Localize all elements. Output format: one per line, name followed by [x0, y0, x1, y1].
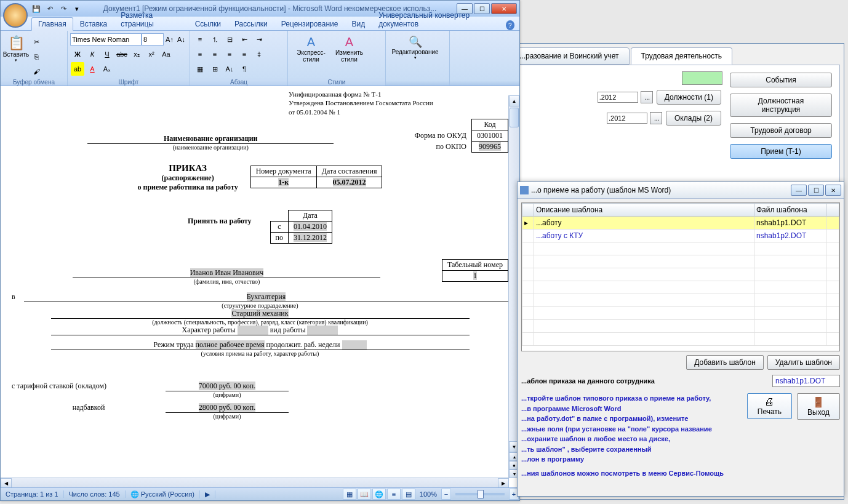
contract-button[interactable]: Трудовой договор: [730, 123, 832, 138]
qat-dropdown-icon[interactable]: ▾: [71, 2, 83, 15]
underline-icon[interactable]: Ч: [100, 47, 114, 61]
tab-pagelayout[interactable]: Разметка страницы: [114, 9, 188, 30]
tab-converter[interactable]: Универсальный конвертер документов: [372, 9, 505, 30]
template-grid[interactable]: Описание шаблонаФайл шаблона ▸...аботуns…: [521, 202, 840, 351]
template-row[interactable]: [522, 242, 839, 255]
align-right-icon[interactable]: ≡: [223, 47, 236, 61]
cut-icon[interactable]: ✂: [30, 35, 43, 49]
dlg-maximize-button[interactable]: ☐: [808, 185, 824, 196]
indent-inc-icon[interactable]: ⇥: [252, 33, 266, 46]
add-template-button[interactable]: Добавить шаблон: [686, 355, 763, 370]
justify-icon[interactable]: ≡: [238, 47, 251, 61]
view-read-icon[interactable]: 📖: [358, 489, 371, 500]
scroll-right-icon[interactable]: ▶: [498, 478, 509, 488]
bullets-icon[interactable]: ≡: [193, 33, 207, 46]
subscript-icon[interactable]: x₂: [130, 47, 143, 61]
editing-button[interactable]: 🔍Редактирование▾: [388, 32, 442, 76]
undo-icon[interactable]: ↶: [44, 2, 56, 15]
numbering-icon[interactable]: ⒈: [208, 33, 222, 46]
template-row[interactable]: ▸...аботуnshab1p1.DOT: [522, 217, 839, 230]
employee-template-file[interactable]: nshab1p1.DOT: [772, 375, 840, 387]
bold-icon[interactable]: Ж: [71, 47, 84, 61]
date-picker-btn-2[interactable]: ...: [650, 112, 662, 124]
view-outline-icon[interactable]: ≡: [387, 489, 401, 500]
clear-format-icon[interactable]: Aₓ: [100, 62, 114, 76]
status-macro[interactable]: ▶: [200, 490, 215, 498]
tab-review[interactable]: Рецензирование: [274, 17, 345, 30]
redo-icon[interactable]: ↷: [57, 2, 70, 15]
horizontal-scrollbar[interactable]: ◀ ▶: [1, 478, 509, 488]
view-print-icon[interactable]: ▦: [343, 489, 356, 500]
borders-icon[interactable]: ⊞: [208, 62, 222, 76]
tab-view[interactable]: Вид: [345, 17, 372, 30]
format-painter-icon[interactable]: 🖌: [30, 65, 43, 78]
dlg-minimize-button[interactable]: —: [791, 185, 807, 196]
strike-icon[interactable]: abc: [115, 47, 129, 61]
template-row[interactable]: [522, 307, 839, 320]
zoom-value[interactable]: 100%: [416, 490, 441, 498]
align-center-icon[interactable]: ≡: [208, 47, 222, 61]
zoom-thumb[interactable]: [478, 490, 484, 498]
green-input[interactable]: [682, 71, 722, 85]
align-left-icon[interactable]: ≡: [193, 47, 207, 61]
tab-home[interactable]: Главная: [31, 17, 73, 31]
help-icon[interactable]: ?: [506, 20, 514, 30]
shading-icon[interactable]: ▦: [193, 62, 207, 76]
tab-insert[interactable]: Вставка: [73, 17, 114, 30]
grow-font-icon[interactable]: A↑: [164, 33, 175, 46]
change-styles-button[interactable]: AИзменить стили: [332, 32, 367, 76]
template-row[interactable]: [522, 294, 839, 307]
col-description[interactable]: Описание шаблона: [534, 204, 754, 217]
office-button[interactable]: [3, 3, 28, 28]
font-color-icon[interactable]: A: [86, 62, 99, 76]
salaries-button[interactable]: Оклады (2): [666, 111, 721, 126]
events-button[interactable]: События: [730, 73, 832, 87]
status-lang[interactable]: 🌐 Русский (Россия): [126, 490, 200, 498]
multilevel-icon[interactable]: ⊟: [223, 33, 236, 46]
template-row[interactable]: ...аботу с КТУnshab1p2.DOT: [522, 230, 839, 242]
font-name-combo[interactable]: [70, 33, 142, 46]
view-web-icon[interactable]: 🌐: [372, 489, 386, 500]
tab-labor[interactable]: Трудовая деятельность: [631, 47, 732, 65]
dlg-close-button[interactable]: ✕: [825, 185, 841, 196]
scroll-left-icon[interactable]: ◀: [1, 478, 12, 488]
template-row[interactable]: [522, 255, 839, 268]
print-button[interactable]: 🖨Печать: [747, 393, 792, 419]
status-words[interactable]: Число слов: 145: [64, 490, 126, 498]
template-row[interactable]: [522, 268, 839, 281]
scroll-thumb[interactable]: [510, 108, 519, 127]
tab-references[interactable]: Ссылки: [188, 17, 228, 30]
instruction-button[interactable]: Должностная инструкция: [730, 94, 832, 117]
tab-education[interactable]: ...разование и Воинский учет: [509, 47, 630, 65]
indent-dec-icon[interactable]: ⇤: [238, 33, 251, 46]
template-row[interactable]: [522, 333, 839, 346]
line-spacing-icon[interactable]: ‡: [252, 47, 266, 61]
scroll-up-icon[interactable]: ▲: [509, 95, 519, 106]
change-case-icon[interactable]: Aa: [159, 47, 173, 61]
paste-button[interactable]: 📋Вставить▾: [3, 32, 29, 76]
col-filename[interactable]: Файл шаблона: [754, 204, 826, 217]
express-styles-button[interactable]: AЭкспресс-стили: [290, 32, 332, 76]
font-size-combo[interactable]: [142, 33, 164, 46]
document-area[interactable]: Унифицированная форма № Т-1 Утверждена П…: [1, 86, 519, 488]
date-from-input[interactable]: [598, 92, 638, 103]
zoom-out-icon[interactable]: −: [441, 489, 451, 500]
priem-button[interactable]: Прием (T-1): [730, 144, 832, 159]
delete-template-button[interactable]: Удалить шаблон: [767, 355, 840, 370]
tab-mailings[interactable]: Рассылки: [228, 17, 274, 30]
sort-icon[interactable]: A↓: [223, 62, 236, 76]
italic-icon[interactable]: К: [86, 47, 99, 61]
shrink-font-icon[interactable]: A↓: [176, 33, 186, 46]
positions-button[interactable]: Должности (1): [657, 90, 721, 105]
view-draft-icon[interactable]: ▤: [402, 489, 415, 500]
highlight-icon[interactable]: ab: [71, 62, 84, 76]
status-page[interactable]: Страница: 1 из 1: [1, 490, 64, 498]
date-to-input[interactable]: [607, 113, 647, 124]
template-row[interactable]: [522, 281, 839, 294]
date-picker-btn-1[interactable]: ...: [641, 91, 653, 103]
save-icon[interactable]: 💾: [30, 2, 42, 15]
zoom-slider[interactable]: [455, 493, 505, 495]
show-marks-icon[interactable]: ¶: [238, 62, 251, 76]
superscript-icon[interactable]: x²: [145, 47, 158, 61]
exit-button[interactable]: 🚪Выход: [797, 393, 840, 420]
